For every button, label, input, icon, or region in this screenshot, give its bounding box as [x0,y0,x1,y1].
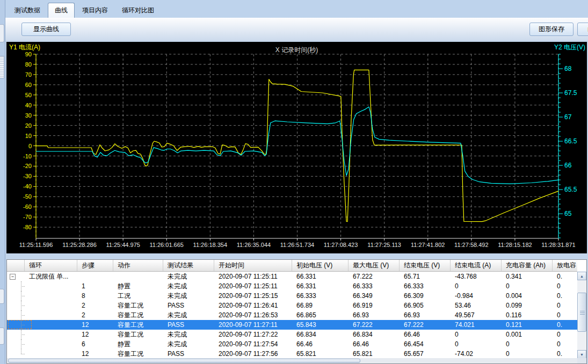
column-header[interactable]: 初始电压 (V) [292,260,349,272]
column-header[interactable]: 测试结果 [163,260,214,272]
tree-gutter [7,339,25,349]
vertical-scrollbar[interactable]: ▲ ▼ [577,272,586,359]
cell-start-time: 2020-09-07 11:27:54 [214,339,292,349]
cell-result: 未完成 [163,310,214,320]
table-row[interactable]: 6静置未完成2020-09-07 11:27:5466.4666.4666.45… [7,339,577,349]
column-header[interactable]: 结束电压 (V) [400,260,451,272]
tab-curve[interactable]: 曲线 [48,3,75,18]
x-axis-tick-label: 11:26:01.665 [150,242,184,248]
cell-initial-voltage: 66.331 [292,272,349,281]
cell-charge-capacity: 0.121 [502,320,553,330]
vertical-scrollbar-thumb[interactable] [577,293,586,332]
scrollbar-grip-icon [580,311,585,311]
table-row[interactable]: 12容量工况PASS2020-09-07 11:27:5665.82165.82… [7,349,577,359]
y2-axis-tick-label: 67 [564,113,572,121]
y2-axis-tick-label: 68 [564,65,572,72]
x-axis-tick-label: 11:27:41.802 [411,242,445,248]
cell-step [77,272,113,281]
cell-charge-capacity: 0 [502,349,553,359]
truncated-button[interactable]: 曲 [577,23,588,36]
cell-action: 静置 [113,281,163,291]
y2-axis-title: Y2 电压(V) [554,43,585,52]
collapse-expander-icon[interactable]: − [10,274,16,280]
cell-end-voltage: 66.46 [400,330,451,339]
curve-chart: Y1 电流(A) X 记录时间(秒) Y2 电压(V) 11:25:11.596… [6,42,587,253]
table-row[interactable]: 1静置未完成2020-09-07 11:25:1166.33166.33366.… [7,281,577,291]
cell-discharge-capacity: 0. [553,349,577,359]
table-row[interactable]: 2容量工况PASS2020-09-07 11:26:4166.8966.9196… [7,301,577,310]
table-body: −工况限值 单...未完成2020-09-07 11:25:1166.33167… [7,272,577,359]
table-row[interactable]: 8工况未完成2020-09-07 11:25:1566.33366.34966.… [7,291,577,301]
step-results-table: 循环步骤动作测试结果开始时间初始电压 (V)最大电压 (V)结束电压 (V)结束… [6,259,587,364]
y1-axis-tick-label: 30 [25,112,32,119]
column-header[interactable]: 开始时间 [214,260,292,272]
cell-action: 容量工况 [113,330,163,339]
cell-end-voltage: 67.222 [400,320,451,330]
cell-initial-voltage: 66.331 [292,281,349,291]
table-row[interactable]: 12容量工况未完成2020-09-07 11:27:2266.83466.834… [7,330,577,339]
cell-end-voltage: 65.71 [400,272,451,281]
cell-action: 工况 [113,291,163,301]
scroll-up-button[interactable]: ▲ [577,272,586,280]
y1-axis-tick-label: -30 [23,173,32,179]
y1-axis-tick-label: 80 [25,61,32,68]
cell-result: PASS [163,349,214,359]
cell-end-voltage: 66.454 [400,339,451,349]
cell-initial-voltage: 65.821 [292,349,349,359]
x-axis-tick-label: 11:26:35.044 [237,242,271,248]
column-header[interactable]: 结束电流 (A) [451,260,502,272]
cell-initial-voltage: 66.865 [292,310,349,320]
cell-max-voltage: 66.46 [349,339,400,349]
tab-cycle-comparison[interactable]: 循环对比图 [115,4,161,18]
horizontal-scrollbar[interactable] [7,358,577,363]
tree-branch [21,344,25,345]
scroll-down-button[interactable]: ▼ [577,350,586,359]
cell-step: 12 [77,349,113,359]
tab-test-data[interactable]: 测试数据 [8,4,47,18]
cell-end-current: -43.768 [451,272,502,281]
table-row[interactable]: −工况限值 单...未完成2020-09-07 11:25:1166.33167… [7,272,577,281]
show-curve-button[interactable]: 显示曲线 [21,23,71,36]
tab-project-content[interactable]: 项目内容 [76,4,114,18]
column-header-gutter[interactable] [7,260,25,272]
column-header[interactable]: 步骤 [77,260,113,272]
tree-gutter [7,291,25,301]
x-axis-tick-label: 11:25:11.596 [19,242,53,248]
cell-cycle [25,349,77,359]
column-header[interactable]: 最大电压 (V) [349,260,400,272]
cell-cycle [25,281,77,291]
horizontal-scrollbar-thumb[interactable] [8,359,360,363]
main-panel: 测试数据 曲线 项目内容 循环对比图 显示曲线 图形保存 曲 Y1 电流(A) … [5,0,588,364]
y1-axis-tick-label: 40 [25,102,32,108]
y1-axis-tick-label: 0 [28,143,32,149]
x-axis-title: X 记录时间(秒) [6,46,587,55]
cell-action [113,272,163,281]
y1-axis-tick-label: -40 [23,183,32,190]
tree-gutter [7,330,25,339]
cell-end-voltage: 66.333 [400,281,451,291]
table-row[interactable]: 2容量工况未完成2020-09-07 11:26:5366.86566.9366… [7,310,577,320]
cell-max-voltage: 66.93 [349,310,400,320]
cell-discharge-capacity: 0. [553,291,577,301]
column-header[interactable]: 动作 [113,260,163,272]
table-row[interactable]: 12容量工况PASS2020-09-07 11:27:1165.84367.22… [7,320,577,330]
tree-branch [21,334,25,335]
cell-result: 未完成 [163,272,214,281]
save-graphic-button[interactable]: 图形保存 [529,23,574,36]
cell-start-time: 2020-09-07 11:25:15 [214,291,292,301]
cell-end-voltage: 66.905 [400,301,451,310]
column-header[interactable]: 放电容 [553,260,577,272]
tree-gutter [7,281,25,291]
cell-cycle [25,320,77,330]
y1-axis-tick-label: -60 [23,203,32,210]
x-axis-tick-label: 11:26:18.354 [193,242,227,248]
column-header[interactable]: 充电容量 (Ah) [502,260,553,272]
cell-result: PASS [163,320,214,330]
column-header[interactable]: 循环 [25,260,77,272]
cell-max-voltage: 66.333 [349,281,400,291]
cell-discharge-capacity: 0 [553,301,577,310]
x-axis-tick-label: 11:25:28.286 [62,242,96,248]
cell-end-current: 0 [451,330,502,339]
cell-result: 未完成 [163,330,214,339]
x-axis-tick-label: 11:27:58.492 [454,242,488,248]
